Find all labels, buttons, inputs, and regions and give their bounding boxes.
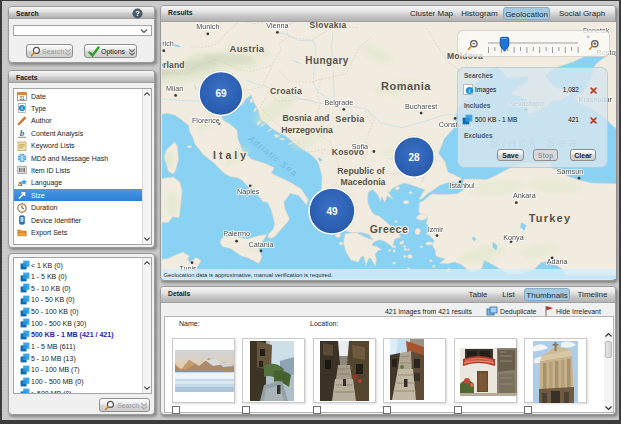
svg-text:Macedonia: Macedonia bbox=[341, 177, 386, 187]
svg-text:Croatia: Croatia bbox=[270, 86, 302, 96]
svg-text:Naples: Naples bbox=[237, 187, 260, 196]
svg-text:Slovakia: Slovakia bbox=[310, 22, 347, 30]
svg-text:Florence: Florence bbox=[192, 116, 220, 125]
svg-text:49: 49 bbox=[326, 206, 338, 217]
svg-text:Munich: Munich bbox=[196, 22, 219, 31]
svg-text:Catania: Catania bbox=[249, 240, 274, 249]
svg-text:Bucharest: Bucharest bbox=[405, 102, 437, 111]
svg-text:Republic of: Republic of bbox=[337, 166, 384, 176]
svg-text:Serbia: Serbia bbox=[335, 114, 365, 124]
svg-text:Vienna: Vienna bbox=[266, 22, 288, 30]
svg-text:Italy: Italy bbox=[213, 149, 249, 161]
svg-text:Konya: Konya bbox=[503, 233, 523, 242]
svg-text:Geolocation data is approximat: Geolocation data is approximative, manua… bbox=[164, 272, 334, 278]
svg-text:28: 28 bbox=[408, 152, 420, 163]
svg-text:Izmir: Izmir bbox=[428, 225, 444, 234]
svg-text:69: 69 bbox=[215, 88, 227, 99]
svg-text:Greece: Greece bbox=[370, 223, 409, 235]
svg-text:a: a bbox=[18, 179, 23, 188]
svg-text:?: ? bbox=[135, 9, 140, 18]
svg-text:Zurich: Zurich bbox=[162, 39, 174, 48]
svg-text:Switzerland: Switzerland bbox=[162, 60, 185, 70]
svg-text:Austria: Austria bbox=[230, 43, 265, 54]
svg-text:Ankara: Ankara bbox=[513, 191, 536, 200]
svg-text:Adana: Adana bbox=[547, 257, 568, 266]
svg-text:Milan: Milan bbox=[166, 84, 183, 93]
svg-text:Romania: Romania bbox=[381, 80, 431, 92]
svg-text:Palermo: Palermo bbox=[223, 229, 250, 238]
svg-text:b: b bbox=[20, 128, 25, 138]
svg-text:Bosnia and: Bosnia and bbox=[283, 113, 330, 123]
svg-text:Herzegovina: Herzegovina bbox=[281, 125, 333, 135]
svg-text:Hungary: Hungary bbox=[305, 55, 348, 66]
svg-text:Sofia: Sofia bbox=[352, 142, 368, 151]
svg-text:31: 31 bbox=[19, 96, 25, 101]
svg-text:Belgrade: Belgrade bbox=[324, 98, 353, 107]
svg-text:Samsun: Samsun bbox=[557, 167, 583, 176]
svg-text:Turkey: Turkey bbox=[529, 212, 571, 224]
svg-text:i: i bbox=[21, 106, 22, 111]
